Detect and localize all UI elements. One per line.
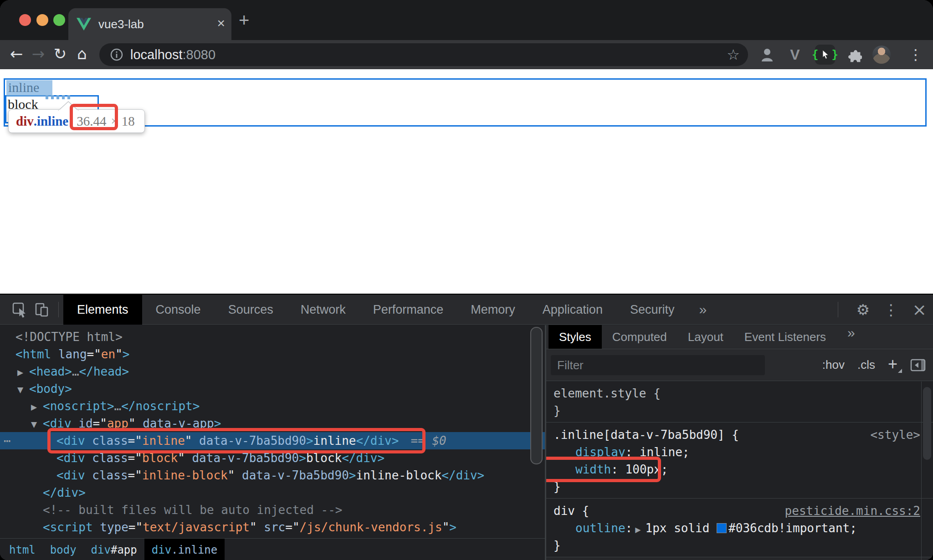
browser-menu-icon[interactable]: ⋮ (906, 45, 926, 65)
expand-value-icon[interactable]: ▶ (635, 521, 641, 539)
profile-extension-icon[interactable] (757, 45, 777, 65)
code-braces-extension-icon[interactable]: { } (815, 45, 835, 65)
code-segment: " (115, 347, 123, 361)
settings-gear-icon[interactable]: ⚙ (856, 301, 870, 319)
rule-close-brace: } (554, 478, 933, 495)
devtools-close-icon[interactable]: × (912, 300, 927, 320)
minimize-window-button[interactable] (36, 14, 48, 26)
dom-tree-row[interactable]: <!DOCTYPE html> (0, 328, 545, 346)
site-info-icon[interactable] (110, 48, 123, 61)
reload-button[interactable]: ↻ (49, 43, 71, 65)
css-property-line[interactable]: width: 100px; (554, 461, 933, 478)
vue-favicon-icon (77, 17, 91, 31)
vue-devtools-extension-icon[interactable]: V (785, 45, 805, 65)
dom-tree-row[interactable]: ▼<body> (0, 380, 545, 397)
rule-selector: .inline[data-v-7ba5bd90] { (554, 426, 739, 443)
home-button[interactable]: ⌂ (71, 43, 93, 65)
stylesheet-source-link[interactable]: <style> (870, 426, 920, 443)
expanded-arrow-icon[interactable]: ▼ (31, 416, 43, 433)
dom-tree-row[interactable]: <div class="inline-block" data-v-7ba5bd9… (0, 467, 545, 484)
dom-tree-row[interactable]: <div class="block" data-v-7ba5bd90>block… (0, 449, 545, 467)
extensions-puzzle-icon[interactable] (844, 45, 864, 65)
code-segment: id (78, 417, 92, 430)
rule-selector: div { (554, 502, 589, 519)
code-segment: #app (111, 544, 137, 556)
collapsed-arrow-icon[interactable]: ▶ (31, 398, 43, 416)
devtools-tab-sources[interactable]: Sources (215, 295, 287, 325)
address-bar[interactable]: localhost:8080 ☆ (99, 43, 748, 66)
devtools-tab-network[interactable]: Network (287, 295, 359, 325)
new-tab-button[interactable]: + (239, 10, 249, 31)
styles-tab-layout[interactable]: Layout (677, 325, 734, 349)
dom-tree-row[interactable]: ▶<head>…</head> (0, 363, 545, 380)
dom-tree-row[interactable]: </div> (0, 484, 545, 501)
devtools-toolbar: ElementsConsoleSourcesNetworkPerformance… (0, 295, 933, 325)
stylesheet-source-link[interactable]: pesticide.min.css:2 (785, 502, 920, 519)
code-segment: data-v-7ba5bd90 (192, 451, 299, 465)
toggle-hover-state-button[interactable]: :hov (822, 358, 845, 372)
dom-tree-row[interactable]: ▼<div id="app" data-v-app> (0, 415, 545, 432)
devtools-tab-elements[interactable]: Elements (63, 295, 142, 325)
toolbar-divider (58, 302, 59, 317)
styles-scrollbar[interactable] (921, 382, 933, 560)
property-colon: : (611, 463, 618, 476)
dom-tree-row[interactable]: <!-- built files will be auto injected -… (0, 501, 545, 519)
elements-scrollbar[interactable] (530, 327, 543, 464)
styles-bottom-strip (546, 557, 933, 560)
devtools-tab-memory[interactable]: Memory (457, 295, 529, 325)
devtools-tab-security[interactable]: Security (616, 295, 688, 325)
code-segment: </div> (342, 451, 384, 465)
close-window-button[interactable] (19, 14, 31, 26)
code-segment: text/javascript (143, 520, 250, 534)
styles-filter-input[interactable]: Filter (551, 355, 765, 375)
inspect-element-icon[interactable] (8, 298, 31, 321)
devtools-tab-performance[interactable]: Performance (359, 295, 457, 325)
device-toolbar-icon[interactable] (31, 298, 54, 321)
profile-avatar[interactable] (872, 46, 891, 64)
dom-tree-row[interactable]: ▶<noscript>…</noscript> (0, 397, 545, 415)
color-swatch[interactable] (717, 523, 727, 533)
bookmark-star-icon[interactable]: ☆ (727, 46, 740, 63)
code-segment: type (100, 520, 128, 534)
css-property-line[interactable]: display: inline; (554, 443, 933, 461)
devtools-tab-console[interactable]: Console (142, 295, 215, 325)
breadcrumb-item[interactable]: div.inline (144, 539, 225, 560)
dom-tree-row[interactable]: <html lang="en"> (0, 346, 545, 363)
code-segment: =" (285, 520, 299, 534)
css-property-line[interactable]: outline:▶1px solid #036cdb!important; (554, 519, 933, 537)
rule-selector-line[interactable]: element.style { (554, 385, 933, 402)
expanded-arrow-icon[interactable]: ▼ (17, 381, 29, 398)
code-segment: … (114, 399, 122, 413)
browser-tab[interactable]: vue3-lab × (68, 8, 231, 40)
breadcrumb-item[interactable]: html (2, 539, 43, 560)
space (618, 463, 625, 476)
code-segment: " (185, 434, 199, 448)
dom-tree-row[interactable]: ⋯<div class="inline" data-v-7ba5bd90>inl… (0, 432, 545, 449)
rule-selector-line[interactable]: div {pesticide.min.css:2 (554, 502, 933, 519)
devtools-tab-application[interactable]: Application (529, 295, 616, 325)
styles-tab-computed[interactable]: Computed (602, 325, 677, 349)
code-segment: block (142, 451, 178, 465)
collapsed-arrow-icon[interactable]: ▶ (17, 364, 29, 381)
rule-selector-line[interactable]: .inline[data-v-7ba5bd90] {<style> (554, 426, 933, 443)
toggle-class-button[interactable]: .cls (857, 358, 875, 372)
styles-tab-styles[interactable]: Styles (549, 325, 602, 349)
row-options-dots[interactable]: ⋯ (4, 432, 11, 449)
breadcrumb-item[interactable]: div#app (84, 539, 144, 560)
devtools-menu-icon[interactable]: ⋮ (883, 301, 898, 319)
code-segment: " (228, 468, 242, 482)
breadcrumb-item[interactable]: body (43, 539, 84, 560)
more-style-tabs-icon[interactable]: » (836, 325, 866, 349)
dom-tree-row[interactable]: <script type="text/javascript" src="/js/… (0, 519, 545, 536)
forward-button[interactable]: → (27, 43, 49, 65)
code-segment: class (92, 434, 128, 448)
maximize-window-button[interactable] (53, 14, 65, 26)
new-style-rule-button[interactable]: + (888, 355, 897, 374)
styles-tab-event-listeners[interactable]: Event Listeners (734, 325, 836, 349)
tab-close-icon[interactable]: × (217, 15, 225, 31)
more-tabs-icon[interactable]: » (688, 302, 718, 317)
code-segment: class (92, 468, 128, 482)
back-button[interactable]: ← (5, 43, 27, 65)
url-port: :8080 (182, 47, 215, 62)
sidebar-toggle-icon[interactable] (910, 358, 926, 372)
